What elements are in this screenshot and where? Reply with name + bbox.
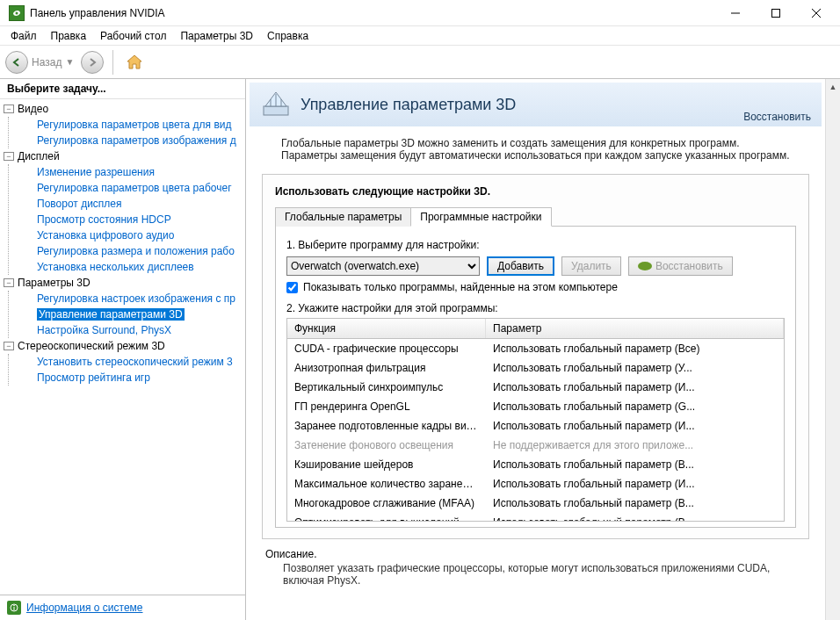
settings-table[interactable]: Функция Параметр CUDA - графические проц… [286, 318, 785, 522]
tree-item[interactable]: Изменение разрешения [21, 164, 245, 180]
table-row[interactable]: Кэширование шейдеровИспользовать глобаль… [287, 455, 784, 474]
window-controls [715, 0, 836, 26]
minimize-button[interactable] [715, 0, 756, 26]
menu-edit[interactable]: Правка [44, 28, 94, 44]
back-button[interactable] [5, 51, 28, 74]
tree-item-label: Настройка Surround, PhysX [37, 324, 171, 336]
program-select[interactable]: Overwatch (overwatch.exe) [286, 256, 480, 276]
tree-item[interactable]: Просмотр рейтинга игр [21, 370, 245, 386]
system-info-bar: Информация о системе [0, 595, 245, 620]
window-title: Панель управления NVIDIA [30, 7, 715, 19]
cell-param: Использовать глобальный параметр (И... [486, 419, 784, 433]
table-row[interactable]: CUDA - графические процессорыИспользоват… [287, 339, 784, 358]
svg-rect-2 [772, 9, 780, 17]
show-only-local-checkbox-row[interactable]: Показывать только программы, найденные н… [286, 281, 785, 293]
tree-group[interactable]: −Дисплей [0, 148, 245, 164]
cell-param: Использовать глобальный параметр (G... [486, 400, 784, 414]
content-scrollbar[interactable]: ▲ [825, 79, 840, 620]
tree-item[interactable]: Регулировка настроек изображения с пр [21, 291, 245, 306]
tree-item[interactable]: Управление параметрами 3D [21, 306, 245, 322]
tree-item[interactable]: Регулировка параметров цвета для вид [21, 117, 245, 133]
cell-function: Максимальное количество заранее под... [287, 477, 486, 491]
tab-global[interactable]: Глобальные параметры [275, 207, 411, 227]
cell-function: Затенение фонового освещения [287, 438, 486, 452]
table-row[interactable]: Оптимизировать для вычисленийИспользоват… [287, 513, 784, 522]
step2-label: 2. Укажите настройки для этой программы: [286, 302, 785, 314]
collapse-icon[interactable]: − [4, 342, 14, 350]
cell-function: Анизотропная фильтрация [287, 361, 486, 375]
cell-param: Использовать глобальный параметр (В... [486, 496, 784, 510]
tree-item[interactable]: Регулировка параметров цвета рабочег [21, 180, 245, 196]
system-info-link[interactable]: Информация о системе [26, 602, 142, 614]
remove-button[interactable]: Удалить [561, 256, 621, 276]
scroll-up-icon[interactable]: ▲ [826, 79, 840, 94]
table-row[interactable]: Многокадровое сглаживание (MFAA)Использо… [287, 494, 784, 513]
back-label: Назад [32, 56, 62, 68]
close-button[interactable] [796, 0, 836, 26]
col-function[interactable]: Функция [287, 319, 486, 338]
restore-button[interactable]: Восстановить [628, 256, 733, 276]
tree-item-label: Регулировка параметров цвета для вид [37, 119, 231, 131]
description-label: Описание. [265, 548, 806, 560]
tree-group[interactable]: −Стереоскопический режим 3D [0, 338, 245, 354]
tree-item-label: Регулировка настроек изображения с пр [37, 292, 235, 305]
menu-3d[interactable]: Параметры 3D [173, 28, 260, 44]
forward-button[interactable] [81, 51, 104, 74]
cell-function: Оптимизировать для вычислений [287, 515, 486, 522]
tree-item[interactable]: Регулировка размера и положения рабо [21, 243, 245, 259]
menu-help[interactable]: Справка [260, 28, 315, 44]
tab-program[interactable]: Программные настройки [410, 207, 551, 227]
cell-param: Использовать глобальный параметр (В... [486, 458, 784, 472]
tree-item-label: Установка цифрового аудио [37, 229, 174, 242]
restore-link[interactable]: Восстановить [743, 111, 811, 123]
back-dropdown-icon[interactable]: ▼ [65, 57, 74, 67]
collapse-icon[interactable]: − [4, 278, 14, 287]
tree-group[interactable]: −Параметры 3D [0, 275, 245, 291]
cell-function: Многокадровое сглаживание (MFAA) [287, 496, 486, 510]
tree-item[interactable]: Просмотр состояния HDCP [21, 212, 245, 227]
task-label: Выберите задачу... [0, 79, 245, 98]
settings-box-title: Использовать следующие настройки 3D. [275, 185, 796, 198]
table-row[interactable]: ГП рендеринга OpenGLИспользовать глобаль… [287, 397, 784, 416]
table-row[interactable]: Заранее подготовленные кадры вирту...Исп… [287, 416, 784, 436]
svg-point-7 [13, 605, 15, 607]
collapse-icon[interactable]: − [4, 105, 14, 113]
tabs: Глобальные параметры Программные настрой… [275, 206, 796, 227]
menu-desktop[interactable]: Рабочий стол [93, 28, 173, 44]
tree-item[interactable]: Установка цифрового аудио [21, 227, 245, 243]
table-row[interactable]: Анизотропная фильтрацияИспользовать глоб… [287, 358, 784, 378]
add-button[interactable]: Добавить [487, 256, 554, 276]
cell-param: Использовать глобальный параметр (В... [486, 515, 784, 522]
table-row[interactable]: Затенение фонового освещенияНе поддержив… [287, 436, 784, 455]
cell-function: Заранее подготовленные кадры вирту... [287, 419, 486, 433]
collapse-icon[interactable]: − [4, 152, 14, 161]
page-description: Глобальные параметры 3D можно заменить и… [246, 130, 825, 169]
show-only-local-checkbox[interactable] [286, 282, 298, 293]
main-area: Выберите задачу... −ВидеоРегулировка пар… [0, 79, 840, 620]
tree-item[interactable]: Настройка Surround, PhysX [21, 322, 245, 338]
cell-param: Использовать глобальный параметр (И... [486, 380, 784, 394]
table-row[interactable]: Максимальное количество заранее под...Ис… [287, 474, 784, 494]
home-button[interactable] [122, 50, 147, 75]
cell-param: Использовать глобальный параметр (Все) [486, 342, 784, 356]
tree-item[interactable]: Регулировка параметров изображения д [21, 133, 245, 148]
page-header-icon [260, 89, 292, 120]
nvidia-eye-icon [638, 262, 652, 270]
tree-group-label: Дисплей [18, 150, 60, 162]
info-icon [7, 601, 21, 615]
tree-item-label: Регулировка размера и положения рабо [37, 245, 235, 257]
maximize-button[interactable] [756, 0, 796, 26]
tree-group[interactable]: −Видео [0, 101, 245, 117]
table-row[interactable]: Вертикальный синхроимпульсИспользовать г… [287, 378, 784, 397]
toolbar: Назад ▼ [0, 46, 840, 79]
task-tree[interactable]: −ВидеоРегулировка параметров цвета для в… [0, 98, 245, 595]
menu-file[interactable]: Файл [4, 28, 44, 44]
tree-item[interactable]: Поворот дисплея [21, 196, 245, 212]
tree-item[interactable]: Установить стереоскопический режим 3 [21, 354, 245, 370]
cell-param: Не поддерживается для этого приложе... [486, 438, 784, 452]
col-param[interactable]: Параметр [486, 319, 784, 338]
tree-item[interactable]: Установка нескольких дисплеев [21, 259, 245, 275]
cell-param: Использовать глобальный параметр (И... [486, 477, 784, 491]
description-area: Описание. Позволяет указать графические … [265, 548, 806, 587]
page-title: Управление параметрами 3D [301, 96, 743, 114]
